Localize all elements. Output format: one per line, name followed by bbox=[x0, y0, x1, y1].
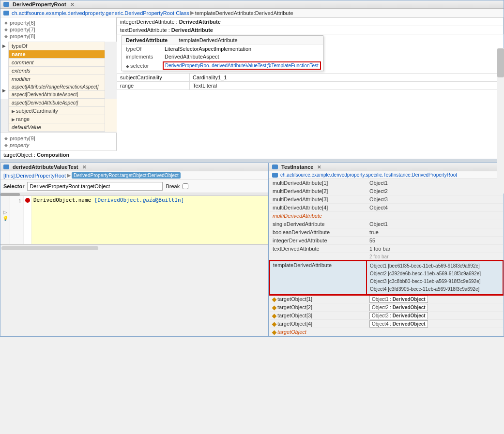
table-row[interactable]: targetObject[2] Object2 : DerivedObject bbox=[270, 303, 503, 312]
h-scroll-thumb[interactable] bbox=[1, 246, 98, 250]
tree-item-prop[interactable]: ◆ property bbox=[0, 142, 116, 149]
bottom-left-panel: derivedAttributeValueTest ✕ [this]:Deriv… bbox=[0, 163, 269, 337]
tri-icon-2: ◆ bbox=[4, 27, 8, 32]
table-row[interactable]: textDerivedAttribute 1 foo bar bbox=[270, 245, 503, 253]
break-checkbox[interactable] bbox=[183, 183, 188, 189]
target-obj-3[interactable]: Object3 : DerivedObject bbox=[369, 312, 428, 319]
expand-arrow-1[interactable]: ▶ bbox=[2, 44, 6, 48]
right-section: integerDerivedAttribute : DerivedAttribu… bbox=[117, 17, 504, 159]
inner-editor-area: ▶ ▶ typeOf name bbox=[0, 42, 117, 99]
tree-item-prop8[interactable]: ◆ property[8] bbox=[0, 33, 116, 40]
table-row[interactable]: multiDerivedAttribute[3] Object3 bbox=[270, 195, 503, 204]
expand-selector[interactable]: ◆ bbox=[126, 64, 129, 69]
popup-implements-value: DerivedAttributeAspect bbox=[161, 53, 323, 60]
expand-col: ▶ ▶ bbox=[0, 42, 8, 99]
row-extends[interactable]: extends bbox=[9, 67, 105, 75]
breadcrumb-db-icon bbox=[3, 11, 9, 15]
target-obj-1[interactable]: Object1 : DerivedObject bbox=[369, 296, 428, 303]
popup-area: aspect[DerivedAttributeAspect] ▶subjectC… bbox=[0, 99, 117, 132]
popup-row-typeof[interactable]: typeOf LiteralSelectorAspectImplementati… bbox=[122, 45, 323, 53]
breakpoint-dot[interactable] bbox=[25, 198, 30, 203]
popup-header: DerivedAttribute templateDerivedAttribut… bbox=[122, 36, 323, 45]
expand-arrow-r[interactable]: ▶ bbox=[12, 117, 15, 122]
breadcrumb-arrow: ▶ bbox=[190, 10, 194, 16]
top-breadcrumb: ch.actifsource.example.derivedproperty.g… bbox=[0, 9, 504, 17]
bottom-right-close[interactable]: ✕ bbox=[317, 165, 321, 170]
table-row[interactable]: multiDerivedAttribute[1] Object1 bbox=[270, 179, 503, 187]
expand-arrow-sc[interactable]: ▶ bbox=[12, 109, 15, 114]
popup-row-implements[interactable]: implements DerivedAttributeAspect bbox=[122, 53, 323, 60]
gutter-icon-2[interactable]: 💡 bbox=[2, 216, 8, 221]
table-row-italic-target[interactable]: targetObject bbox=[270, 328, 503, 336]
diamond-icon-2 bbox=[272, 305, 277, 310]
popup-title2: templateDerivedAttribute bbox=[179, 37, 238, 43]
diamond-icon-5 bbox=[272, 330, 277, 335]
row-range[interactable]: ▶range bbox=[9, 115, 105, 123]
table-row-italic[interactable]: multiDerivedAttribute bbox=[270, 212, 503, 220]
row-subject-cardinality[interactable]: ▶subjectCardinality bbox=[9, 107, 105, 115]
breadcrumb-right[interactable]: templateDerivedAttribute:DerivedAttribut… bbox=[195, 10, 293, 16]
table-row[interactable]: integerDerivedAttribute 55 bbox=[270, 237, 503, 245]
v-scroll-thumb[interactable] bbox=[497, 48, 504, 77]
row-aspect-derived-1[interactable]: aspect[DerivedAttributeAspect] bbox=[9, 91, 105, 99]
code-line-1[interactable]: DerivedObject.name [DerivedObject.guid@B… bbox=[31, 196, 268, 244]
row-default-value[interactable]: defaultValue bbox=[9, 123, 105, 132]
db-icon bbox=[3, 2, 9, 7]
v-scrollbar[interactable] bbox=[497, 48, 504, 194]
expand-arrow-2[interactable]: ▶ bbox=[2, 88, 6, 93]
row-typeOf[interactable]: typeOf bbox=[9, 42, 105, 50]
break-label: Break bbox=[166, 183, 180, 189]
h-scrollbar[interactable] bbox=[0, 244, 268, 251]
selector-link[interactable]: DerivedPropertyRoo..derivedAttributeValu… bbox=[165, 63, 319, 68]
br-breadcrumb[interactable]: ch.actifsource.example.derivedproperty.s… bbox=[280, 172, 457, 178]
table-row[interactable]: targetObject[1] Object1 : DerivedObject bbox=[270, 295, 503, 303]
table-row[interactable]: targetObject[4] Object4 : DerivedObject bbox=[270, 320, 503, 328]
popup-selector-value[interactable]: DerivedPropertyRoo..derivedAttributeValu… bbox=[163, 61, 321, 70]
bl-breadcrumb-right[interactable]: DerivedPropertyRoot.targetObject:Derived… bbox=[72, 172, 181, 179]
target-obj-4[interactable]: Object4 : DerivedObject bbox=[369, 320, 428, 328]
top-panel: DerivedPropertyRoot ✕ ch.actifsource.exa… bbox=[0, 0, 504, 161]
line-num-1: 1 bbox=[10, 197, 21, 206]
tree-item-prop9[interactable]: ◆ property[9] bbox=[0, 135, 116, 142]
tri-icon: ◆ bbox=[4, 20, 8, 25]
line-numbers: 1 bbox=[10, 196, 24, 244]
br-db-icon bbox=[272, 165, 278, 169]
target-obj-2[interactable]: Object2 : DerivedObject bbox=[369, 304, 428, 311]
table-row[interactable]: singleDerivedAttribute Object1 bbox=[270, 220, 503, 228]
tree-item-prop6[interactable]: ◆ property[6] bbox=[0, 19, 116, 26]
row-int-derived[interactable]: integerDerivedAttribute : DerivedAttribu… bbox=[117, 18, 504, 26]
top-panel-close[interactable]: ✕ bbox=[70, 2, 74, 7]
row-comment[interactable]: comment bbox=[9, 59, 105, 67]
row-aspect-derived-2[interactable]: aspect[DerivedAttributeAspect] bbox=[9, 99, 105, 107]
prop7-label: property[7] bbox=[10, 27, 35, 32]
row-text-derived[interactable]: textDerivedAttribute : DerivedAttribute bbox=[117, 26, 504, 34]
breakpoint-col bbox=[24, 196, 31, 244]
bottom-left-breadcrumb: [this]:DerivedPropertyRoot ▶ DerivedProp… bbox=[0, 171, 268, 180]
tree-item-prop7[interactable]: ◆ property[7] bbox=[0, 26, 116, 33]
bottom-left-close[interactable]: ✕ bbox=[82, 165, 86, 170]
table-row[interactable]: 2 foo bar bbox=[270, 253, 503, 261]
gutter-icon-1[interactable]: ▷ bbox=[3, 210, 7, 215]
row-range-val[interactable]: range TextLiteral bbox=[117, 82, 504, 90]
row-aspect-range[interactable]: aspect[AttributeRangeRestrictionAspect] bbox=[9, 83, 105, 91]
selector-label: Selector bbox=[3, 183, 24, 189]
popup-row-selector[interactable]: ◆selector DerivedPropertyRoo..derivedAtt… bbox=[122, 60, 323, 71]
code-guid-ref[interactable]: [DerivedObject.guid@BuiltIn] bbox=[94, 197, 184, 203]
target-object-row[interactable]: targetObject : Composition bbox=[0, 150, 117, 159]
table-row[interactable]: booleanDerivedAttribute true bbox=[270, 228, 503, 237]
table-row[interactable]: targetObject[3] Object3 : DerivedObject bbox=[270, 312, 503, 320]
bl-breadcrumb-left[interactable]: [this]:DerivedPropertyRoot bbox=[3, 173, 66, 179]
breadcrumb-left[interactable]: ch.actifsource.example.derivedproperty.g… bbox=[12, 10, 189, 16]
instance-table: multiDerivedAttribute[1] Object1 multiDe… bbox=[269, 179, 504, 336]
row-modifier[interactable]: modifier bbox=[9, 75, 105, 83]
table-row[interactable]: multiDerivedAttribute[2] Object2 bbox=[270, 187, 503, 195]
row-name[interactable]: name bbox=[9, 50, 105, 59]
selector-input[interactable] bbox=[27, 182, 163, 191]
bl-breadcrumb-arrow: ▶ bbox=[67, 172, 71, 179]
gutter-icons: ▷ 💡 bbox=[0, 196, 10, 244]
table-row[interactable]: multiDerivedAttribute[4] Object4 bbox=[270, 204, 503, 212]
bottom-left-db-icon bbox=[3, 165, 9, 169]
row-cardinality[interactable]: subjectCardinality Cardinality1_1 bbox=[117, 74, 504, 82]
left-tree: ◆ property[6] ◆ property[7] ◆ property[8… bbox=[0, 17, 117, 42]
table-row-template[interactable]: templateDerivedAttribute Object1 [bee61f… bbox=[270, 261, 503, 295]
